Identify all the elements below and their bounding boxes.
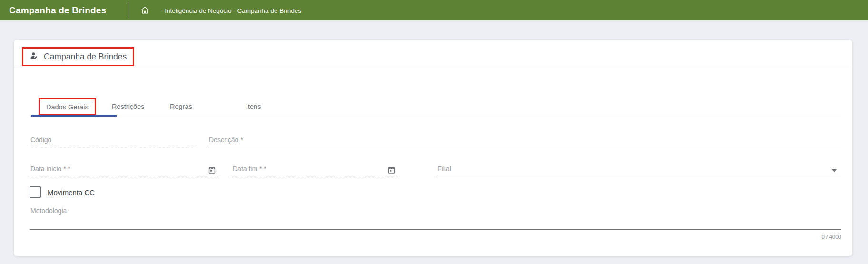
- filial-field: [436, 161, 841, 177]
- home-icon[interactable]: [140, 5, 150, 15]
- main-card: Campanha de Brindes Dados Gerais Restriç…: [14, 40, 852, 256]
- chevron-down-icon[interactable]: [832, 169, 837, 172]
- tab-dados-gerais[interactable]: Dados Gerais: [39, 98, 96, 116]
- descricao-input[interactable]: [208, 135, 841, 148]
- data-fim-input[interactable]: [232, 164, 397, 177]
- card-header-divider: [14, 67, 852, 67]
- card-title: Campanha de Brindes: [44, 52, 127, 62]
- metodologia-textarea[interactable]: [30, 206, 841, 230]
- active-tab-indicator: [31, 115, 117, 117]
- movimenta-cc-checkbox[interactable]: [30, 186, 41, 198]
- tab-restricoes[interactable]: Restrições: [112, 98, 145, 116]
- tab-bar: Dados Gerais Restrições Regras Itens: [28, 98, 841, 116]
- tab-label: Itens: [246, 103, 261, 110]
- metodologia-field: [30, 206, 841, 230]
- movimenta-cc-label: Movimenta CC: [48, 188, 95, 196]
- tab-label: Regras: [170, 103, 192, 110]
- app-header: Campanha de Brindes - Inteligência de Ne…: [0, 0, 868, 20]
- codigo-input[interactable]: [30, 135, 195, 148]
- app-title: Campanha de Brindes: [9, 0, 106, 20]
- descricao-field: [208, 132, 841, 148]
- filial-select-input[interactable]: [436, 164, 841, 177]
- movimenta-cc-checkbox-row[interactable]: Movimenta CC: [30, 186, 95, 198]
- tab-itens[interactable]: Itens: [246, 98, 261, 116]
- breadcrumb: - Inteligência de Negócio - Campanha de …: [161, 0, 301, 20]
- calendar-icon[interactable]: [207, 166, 217, 175]
- char-counter: 0 / 4000: [30, 234, 841, 240]
- tab-label: Restrições: [112, 103, 145, 110]
- tab-regras[interactable]: Regras: [170, 98, 192, 116]
- codigo-field: [30, 132, 195, 148]
- user-edit-icon: [30, 51, 39, 62]
- calendar-icon[interactable]: [387, 166, 396, 175]
- header-divider: [129, 2, 129, 19]
- tab-label: Dados Gerais: [46, 103, 89, 111]
- data-inicio-field: [30, 161, 218, 177]
- data-inicio-input[interactable]: [30, 164, 218, 177]
- data-fim-field: [232, 161, 397, 177]
- red-annotation-title-box: Campanha de Brindes: [22, 47, 134, 66]
